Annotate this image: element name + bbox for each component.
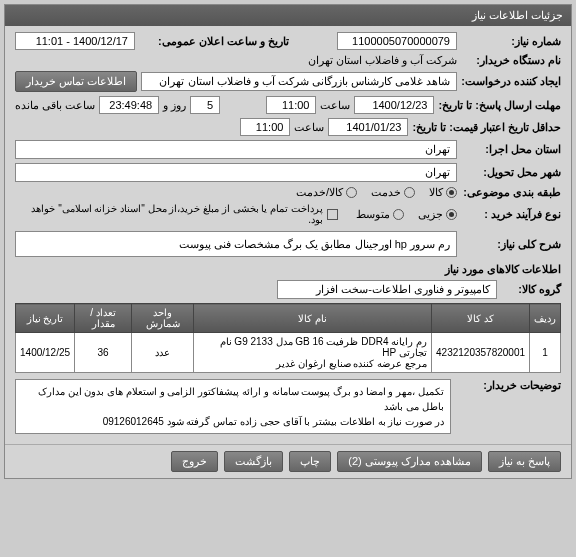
need-desc-label: شرح کلی نیاز: xyxy=(461,238,561,251)
table-header-row: ردیف کد کالا نام کالا واحد شمارش تعداد /… xyxy=(16,304,561,333)
cell-name-line2: مرجع عرضه کننده صنایع ارغوان غدیر xyxy=(198,358,427,369)
cell-code: 4232120357820001 xyxy=(432,333,530,373)
category-service-option[interactable]: خدمت xyxy=(371,186,415,199)
col-code: کد کالا xyxy=(432,304,530,333)
min-validity-date: 1401/01/23 xyxy=(328,118,408,136)
col-unit: واحد شمارش xyxy=(132,304,194,333)
buyer-notes-line1: تکمیل ،مهر و امضا دو برگ پیوست سامانه و … xyxy=(22,384,444,414)
buyer-notes-box: تکمیل ،مهر و امضا دو برگ پیوست سامانه و … xyxy=(15,379,451,434)
print-button[interactable]: چاپ xyxy=(289,451,331,472)
radio-icon xyxy=(346,187,357,198)
payment-checkbox[interactable] xyxy=(327,209,338,220)
buyer-notes-line2: در صورت نیاز به اطلاعات بیشتر با آقای حج… xyxy=(22,414,444,429)
radio-icon xyxy=(393,209,404,220)
button-row: پاسخ به نیاز مشاهده مدارک پیوستی (2) چاپ… xyxy=(5,444,571,478)
requester-label: ایجاد کننده درخواست: xyxy=(461,75,561,88)
group-value: کامپیوتر و فناوری اطلاعات-سخت افزار xyxy=(277,280,497,299)
public-announce-value: 1400/12/17 - 11:01 xyxy=(15,32,135,50)
purchase-type-radio-group: جزیی متوسط xyxy=(356,208,457,221)
cell-name: رم رایانه DDR4 ظرفیت GB 16 مدل G9 2133 ن… xyxy=(194,333,432,373)
radio-icon xyxy=(446,209,457,220)
need-number-label: شماره نیاز: xyxy=(461,35,561,48)
need-details-panel: جزئیات اطلاعات نیاز شماره نیاز: 11000050… xyxy=(4,4,572,479)
min-validity-label: حداقل تاریخ اعتبار قیمت: تا تاریخ: xyxy=(412,120,561,134)
cell-date: 1400/12/25 xyxy=(16,333,75,373)
contact-info-button[interactable]: اطلاعات تماس خریدار xyxy=(15,71,137,92)
exec-city-value: تهران xyxy=(15,140,457,159)
category-service-label: خدمت xyxy=(371,186,401,199)
panel-title: جزئیات اطلاعات نیاز xyxy=(472,9,563,21)
cell-unit: عدد xyxy=(132,333,194,373)
cell-name-line1: رم رایانه DDR4 ظرفیت GB 16 مدل G9 2133 ن… xyxy=(198,336,427,358)
attachments-button[interactable]: مشاهده مدارک پیوستی (2) xyxy=(337,451,482,472)
exit-button[interactable]: خروج xyxy=(171,451,218,472)
days-remaining-value: 5 xyxy=(190,96,220,114)
submit-deadline-date: 1400/12/23 xyxy=(354,96,434,114)
panel-content: شماره نیاز: 1100005070000079 تاریخ و ساع… xyxy=(5,26,571,444)
time-remaining-value: 23:49:48 xyxy=(99,96,159,114)
col-name: نام کالا xyxy=(194,304,432,333)
exec-city-label: استان محل اجرا: xyxy=(461,143,561,156)
remaining-label: ساعت باقی مانده xyxy=(15,99,95,112)
public-announce-label: تاریخ و ساعت اعلان عمومی: xyxy=(139,35,289,48)
table-row: 1 4232120357820001 رم رایانه DDR4 ظرفیت … xyxy=(16,333,561,373)
col-date: تاریخ نیاز xyxy=(16,304,75,333)
saat-label-1: ساعت xyxy=(320,99,350,112)
purchase-type-label: نوع فرآیند خرید : xyxy=(461,208,561,221)
submit-deadline-time: 11:00 xyxy=(266,96,316,114)
category-radio-group: کالا خدمت کالا/خدمت xyxy=(296,186,457,199)
group-label: گروه کالا: xyxy=(501,283,561,296)
buyer-org-value: شرکت آب و فاضلاب استان تهران xyxy=(308,54,457,67)
purchase-small-label: جزیی xyxy=(418,208,443,221)
purchase-medium-label: متوسط xyxy=(356,208,390,221)
back-button[interactable]: بازگشت xyxy=(224,451,283,472)
category-goods-label: کالا xyxy=(429,186,443,199)
saat-label-2: ساعت xyxy=(294,121,324,134)
cell-qty: 36 xyxy=(75,333,132,373)
delivery-city-value: تهران xyxy=(15,163,457,182)
payment-note: پرداخت تمام یا بخشی از مبلغ خرید،از محل … xyxy=(15,203,323,225)
need-number-value: 1100005070000079 xyxy=(337,32,457,50)
radio-icon xyxy=(446,187,457,198)
category-both-label: کالا/خدمت xyxy=(296,186,343,199)
radio-icon xyxy=(404,187,415,198)
col-qty: تعداد / مقدار xyxy=(75,304,132,333)
items-table: ردیف کد کالا نام کالا واحد شمارش تعداد /… xyxy=(15,303,561,373)
panel-header: جزئیات اطلاعات نیاز xyxy=(5,5,571,26)
requester-value: شاهد غلامی کارشناس بازرگانی شرکت آب و فا… xyxy=(141,72,457,91)
cell-row: 1 xyxy=(530,333,561,373)
category-goods-option[interactable]: کالا xyxy=(429,186,457,199)
buyer-notes-label: توضیحات خریدار: xyxy=(461,379,561,392)
reply-button[interactable]: پاسخ به نیاز xyxy=(488,451,561,472)
need-desc-value: رم سرور hp اورجینال مطابق یک برگ مشخصات … xyxy=(15,231,457,257)
category-both-option[interactable]: کالا/خدمت xyxy=(296,186,357,199)
buyer-org-label: نام دستگاه خریدار: xyxy=(461,54,561,67)
submit-deadline-label: مهلت ارسال پاسخ: تا تاریخ: xyxy=(438,98,561,112)
col-row: ردیف xyxy=(530,304,561,333)
purchase-medium-option[interactable]: متوسط xyxy=(356,208,404,221)
purchase-small-option[interactable]: جزیی xyxy=(418,208,457,221)
min-validity-time: 11:00 xyxy=(240,118,290,136)
delivery-city-label: شهر محل تحویل: xyxy=(461,166,561,179)
needed-items-title: اطلاعات کالاهای مورد نیاز xyxy=(15,263,561,276)
category-label: طبقه بندی موضوعی: xyxy=(461,186,561,199)
days-label: روز و xyxy=(163,99,186,112)
